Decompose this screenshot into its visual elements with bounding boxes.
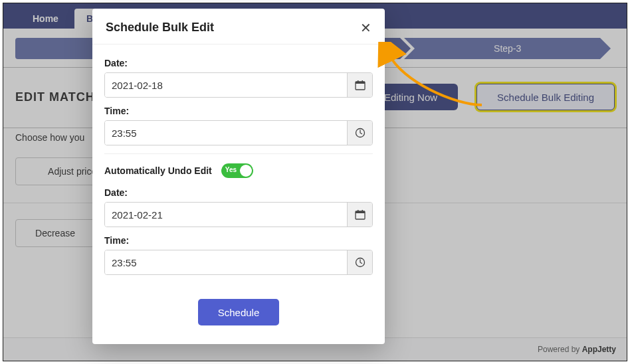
time-input[interactable] xyxy=(105,121,347,145)
auto-undo-toggle[interactable]: Yes xyxy=(221,163,253,178)
undo-date-label: Date: xyxy=(104,187,373,198)
toggle-knob xyxy=(240,165,252,177)
undo-time-label: Time: xyxy=(104,235,373,246)
svg-rect-6 xyxy=(356,211,365,213)
date-label: Date: xyxy=(104,58,373,68)
calendar-icon[interactable] xyxy=(347,203,372,227)
svg-rect-1 xyxy=(356,82,365,84)
time-field xyxy=(104,120,373,145)
clock-icon[interactable] xyxy=(347,121,372,145)
svg-rect-8 xyxy=(362,210,363,212)
clock-icon[interactable] xyxy=(347,250,372,274)
time-label: Time: xyxy=(104,106,373,116)
date-input[interactable] xyxy=(105,73,347,97)
date-field xyxy=(104,72,373,98)
schedule-button[interactable]: Schedule xyxy=(198,299,280,325)
svg-rect-2 xyxy=(358,80,359,82)
undo-date-input[interactable] xyxy=(105,203,347,227)
undo-date-field xyxy=(104,202,373,227)
close-icon[interactable]: ✕ xyxy=(360,21,371,35)
toggle-state: Yes xyxy=(225,166,237,173)
svg-rect-7 xyxy=(358,210,359,212)
modal-title: Schedule Bulk Edit xyxy=(106,21,214,35)
schedule-modal: Schedule Bulk Edit ✕ Date: Time: Automat… xyxy=(92,9,385,344)
undo-time-input[interactable] xyxy=(105,250,347,274)
undo-time-field xyxy=(104,250,373,275)
svg-rect-3 xyxy=(362,80,363,82)
auto-undo-label: Automatically Undo Edit xyxy=(104,165,212,176)
calendar-icon[interactable] xyxy=(347,73,372,97)
